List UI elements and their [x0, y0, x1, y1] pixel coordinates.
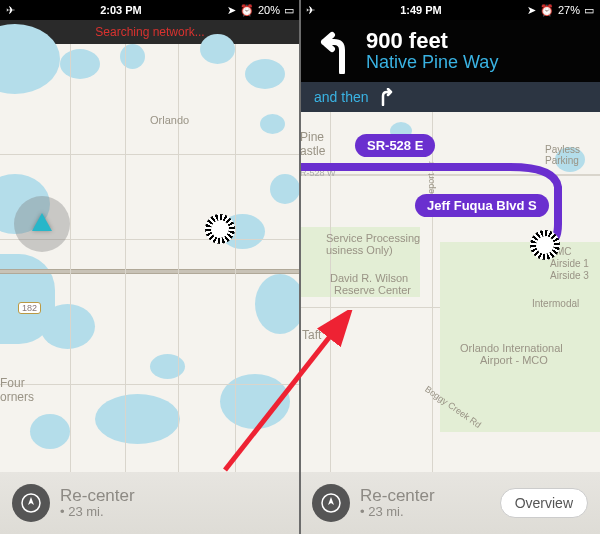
overview-button[interactable]: Overview [500, 488, 588, 518]
label-corners: orners [0, 390, 34, 404]
nav-distance: 900 feet [366, 30, 498, 52]
current-location [14, 196, 70, 252]
left-phone: ✈︎ 2:03 PM ➤ ⏰ 20% ▭ Searching network..… [0, 0, 300, 534]
road-bubble-sr: SR-528 E [355, 134, 435, 157]
recenter-text[interactable]: Re-center • 23 mi. [360, 487, 435, 520]
battery-icon: ▭ [584, 4, 594, 17]
location-icon: ➤ [227, 4, 236, 17]
recenter-title: Re-center [360, 487, 435, 506]
hw-shield: 182 [18, 302, 41, 314]
nav-instruction: 900 feet Native Pine Way [300, 20, 600, 82]
label-four: Four [0, 376, 25, 390]
bottom-bar: Re-center • 23 mi. [0, 472, 300, 534]
status-bar: ✈︎ 1:49 PM ➤ ⏰ 27% ▭ [300, 0, 600, 20]
label-airport: Airport - MCO [480, 354, 548, 366]
recenter-title: Re-center [60, 487, 135, 506]
map-canvas: Orlando Four orners 182 [0, 44, 300, 534]
map-right[interactable]: Pine astle R-528 W Payless Parking Servi… [300, 112, 600, 534]
compass-icon [21, 493, 41, 513]
right-phone: ✈︎ 1:49 PM ➤ ⏰ 27% ▭ 900 feet Native Pin… [300, 0, 600, 534]
nav-text: 900 feet Native Pine Way [366, 30, 498, 74]
recenter-sub: • 23 mi. [360, 505, 435, 519]
label-david: David R. Wilson [330, 272, 408, 284]
turn-right-icon [379, 88, 395, 106]
compass-icon [321, 493, 341, 513]
label-mco: Orlando International [460, 342, 563, 354]
recenter-button[interactable] [12, 484, 50, 522]
label-reserve: Reserve Center [334, 284, 411, 296]
recenter-text[interactable]: Re-center • 23 mi. [60, 487, 135, 520]
and-then-text: and then [314, 89, 369, 105]
status-right: ➤ ⏰ 20% ▭ [227, 4, 294, 17]
alarm-icon: ⏰ [240, 4, 254, 17]
route-line [0, 44, 300, 194]
destination-flag [530, 230, 560, 260]
notice-text: Searching network... [95, 25, 204, 39]
nav-street: Native Pine Way [366, 52, 498, 73]
location-arrow-icon [32, 213, 52, 231]
status-right: ➤ ⏰ 27% ▭ [527, 4, 594, 17]
battery-percent: 27% [558, 4, 580, 16]
screenshot-divider [299, 0, 301, 534]
status-time: 2:03 PM [15, 4, 227, 16]
map-canvas: Pine astle R-528 W Payless Parking Servi… [300, 112, 600, 534]
status-bar: ✈︎ 2:03 PM ➤ ⏰ 20% ▭ [0, 0, 300, 20]
recenter-sub: • 23 mi. [60, 505, 135, 519]
label-as3: Airside 3 [550, 270, 589, 281]
turn-left-icon [312, 30, 352, 74]
map-left[interactable]: Orlando Four orners 182 Re-center • 23 m… [0, 44, 300, 534]
label-inter: Intermodal [532, 298, 579, 309]
battery-percent: 20% [258, 4, 280, 16]
status-time: 1:49 PM [315, 4, 527, 16]
location-icon: ➤ [527, 4, 536, 17]
battery-icon: ▭ [284, 4, 294, 17]
and-then-bar[interactable]: and then [300, 82, 600, 112]
alarm-icon: ⏰ [540, 4, 554, 17]
recenter-button[interactable] [312, 484, 350, 522]
status-left: ✈︎ [6, 4, 15, 17]
label-taft: Taft [302, 328, 321, 342]
bottom-bar: Re-center • 23 mi. Overview [300, 472, 600, 534]
destination-flag [205, 214, 235, 244]
status-left: ✈︎ [306, 4, 315, 17]
road-bubble-jeff: Jeff Fuqua Blvd S [415, 194, 549, 217]
airplane-icon: ✈︎ [306, 4, 315, 17]
airplane-icon: ✈︎ [6, 4, 15, 17]
